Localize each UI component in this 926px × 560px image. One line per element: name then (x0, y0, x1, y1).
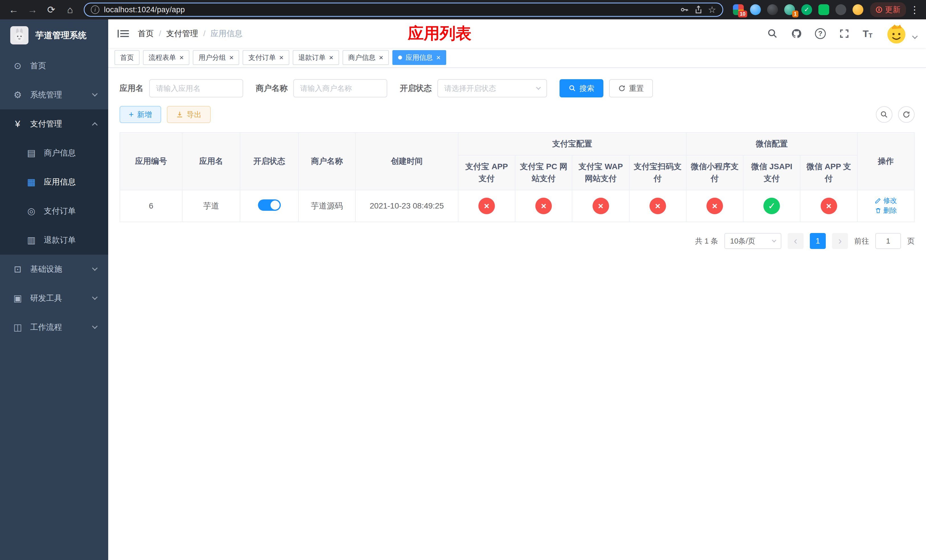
sidebar-item-infrastructure[interactable]: ⊡ 基础设施 (0, 255, 108, 284)
tab-user-group[interactable]: 用户分组 × (193, 50, 239, 65)
app-name-input[interactable] (149, 79, 243, 97)
export-button[interactable]: 导出 (167, 106, 211, 123)
cell-alipay-app: × (458, 190, 515, 222)
close-icon[interactable]: × (329, 54, 333, 61)
toggle-search-button[interactable] (876, 106, 893, 123)
github-icon[interactable] (791, 28, 802, 39)
col-header-alipay-app: 支付宝 APP 支付 (458, 155, 515, 190)
extension-icon-green-square[interactable] (819, 4, 829, 15)
sidebar-item-dev-tools[interactable]: ▣ 研发工具 (0, 284, 108, 313)
cell-wx-jsapi: ✓ (743, 190, 800, 222)
close-icon[interactable]: × (229, 54, 233, 61)
chevron-down-icon (92, 91, 98, 97)
site-info-icon[interactable]: i (91, 5, 99, 14)
breadcrumb-separator: / (159, 29, 161, 38)
goto-page-input[interactable] (875, 233, 901, 249)
close-icon[interactable]: × (279, 54, 283, 61)
sidebar-toggle-icon[interactable] (117, 29, 129, 39)
browser-toolbar: ← → ⟳ ⌂ i localhost:1024/pay/app ☆ 10 1 … (0, 0, 926, 20)
refresh-button[interactable] (898, 106, 915, 123)
address-bar[interactable]: i localhost:1024/pay/app ☆ (84, 3, 723, 17)
navbar-actions: ? TT (767, 23, 917, 44)
status-check-icon: ✓ (763, 198, 780, 214)
reset-button[interactable]: 重置 (609, 79, 653, 97)
grid-icon: ▦ (25, 177, 38, 188)
browser-back-button[interactable]: ← (6, 4, 22, 15)
page-body: 应用名 商户名称 开启状态 请选择开启状态 搜索 (108, 68, 926, 560)
delete-button[interactable]: 删除 (875, 206, 897, 215)
breadcrumb-payment[interactable]: 支付管理 (166, 28, 198, 39)
extension-icon-puzzle[interactable] (835, 4, 846, 15)
col-header-alipay-qr: 支付宝扫码支付 (629, 155, 686, 190)
chevron-down-icon (92, 323, 98, 329)
sidebar-item-system[interactable]: ⚙ 系统管理 (0, 80, 108, 109)
browser-update-button[interactable]: 更新 (870, 2, 906, 17)
page-size-select[interactable]: 10条/页 (725, 233, 781, 249)
dashboard-icon: ⊙ (11, 61, 24, 71)
sidebar-item-pay-orders[interactable]: ◎ 支付订单 (0, 197, 108, 226)
col-group-alipay: 支付宝配置 (458, 132, 686, 155)
bookmark-star-icon[interactable]: ☆ (708, 4, 716, 15)
extension-icon-drop[interactable] (750, 4, 761, 15)
status-cross-icon: × (535, 198, 552, 214)
search-icon[interactable] (767, 28, 778, 39)
tab-refund-orders[interactable]: 退款订单 × (293, 50, 339, 65)
sidebar-item-merchant-info[interactable]: ▤ 商户信息 (0, 138, 108, 168)
add-button[interactable]: + 新增 (120, 106, 161, 123)
extension-icon-grid[interactable]: 10 (733, 4, 744, 15)
sidebar-item-workflow[interactable]: ◫ 工作流程 (0, 313, 108, 342)
table-row: 6 芋道 芋道源码 2021-10-23 08:49:25 × × × × × … (120, 190, 914, 222)
close-icon[interactable]: × (379, 54, 383, 61)
close-icon[interactable]: × (179, 54, 184, 61)
extension-icon-check[interactable]: ✓ (801, 4, 812, 15)
app-enabled-switch[interactable] (258, 200, 281, 211)
app-logo[interactable]: 芋道管理系统 (0, 20, 108, 51)
tab-process-form[interactable]: 流程表单 × (143, 50, 189, 65)
sidebar-item-app-info[interactable]: ▦ 应用信息 (0, 168, 108, 197)
browser-forward-button[interactable]: → (24, 4, 41, 15)
tab-home[interactable]: 首页 (115, 50, 139, 65)
tab-app-info[interactable]: 应用信息 × (392, 50, 446, 65)
page-number-1[interactable]: 1 (810, 233, 826, 249)
search-icon (880, 110, 888, 118)
merchant-name-input[interactable] (293, 79, 387, 97)
sidebar-item-payment[interactable]: ¥ 支付管理 (0, 109, 108, 138)
help-icon[interactable]: ? (815, 28, 826, 39)
extension-icon-dark-sphere[interactable] (767, 4, 778, 15)
edit-button[interactable]: 修改 (875, 196, 897, 205)
document-icon: ▥ (25, 235, 38, 245)
chevron-down-icon (536, 85, 541, 90)
payment-submenu: ¥ 支付管理 ▤ 商户信息 ▦ 应用信息 ◎ 支付订单 ▥ (0, 109, 108, 255)
next-page-button[interactable]: › (832, 233, 848, 249)
share-icon[interactable] (694, 5, 703, 15)
extension-icon-avatar[interactable]: 1 (784, 4, 795, 15)
col-group-wechat: 微信配置 (686, 132, 857, 155)
breadcrumb-home[interactable]: 首页 (138, 28, 154, 39)
status-select[interactable]: 请选择开启状态 (437, 79, 547, 97)
sidebar-item-home[interactable]: ⊙ 首页 (0, 51, 108, 80)
cell-status (240, 190, 298, 222)
browser-menu-icon[interactable]: ⋮ (909, 4, 920, 15)
browser-home-button[interactable]: ⌂ (62, 4, 78, 15)
chevron-down-icon[interactable] (912, 33, 918, 39)
fullscreen-icon[interactable] (839, 28, 850, 39)
cell-alipay-wap: × (572, 190, 629, 222)
password-key-icon[interactable] (679, 5, 689, 15)
tab-merchant-info[interactable]: 商户信息 × (342, 50, 389, 65)
status-cross-icon: × (707, 198, 723, 214)
sidebar-item-refund-orders[interactable]: ▥ 退款订单 (0, 226, 108, 255)
goto-unit-label: 页 (907, 236, 915, 246)
prev-page-button[interactable]: ‹ (788, 233, 803, 249)
tab-pay-orders[interactable]: 支付订单 × (243, 50, 289, 65)
url-text: localhost:1024/pay/app (104, 5, 185, 14)
font-size-icon[interactable]: TT (863, 28, 873, 39)
user-avatar[interactable] (885, 23, 907, 44)
apps-table: 应用编号 应用名 开启状态 商户名称 创建时间 支付宝配置 微信配置 操作 支付… (120, 132, 915, 222)
extension-icon-face[interactable] (853, 4, 863, 15)
browser-reload-button[interactable]: ⟳ (43, 4, 59, 15)
sidebar-item-label: 支付管理 (30, 118, 62, 129)
breadcrumb-separator: / (203, 29, 206, 38)
sidebar-item-label: 研发工具 (30, 293, 62, 304)
search-button[interactable]: 搜索 (560, 79, 604, 97)
close-icon[interactable]: × (436, 54, 440, 61)
